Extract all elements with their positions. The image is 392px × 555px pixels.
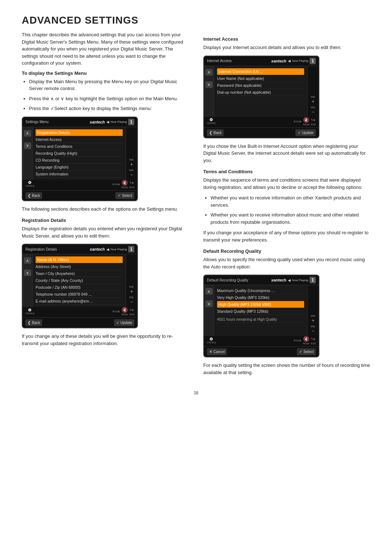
vol-up-button[interactable]: Vol. + [129,158,134,167]
rec-status: 4501 hours remaining at High Quality [217,316,304,323]
inet-back-button[interactable]: ❮ Back [207,129,224,136]
xantech-logo: xantech [90,120,105,124]
registration-details-heading: Registration Details [22,218,189,223]
following-sections-text: The following sections describes each of… [22,206,189,213]
internet-access-text: Displays your Internet account details a… [203,44,370,51]
registration-screen: Registration Details xantech ◀ Now Playi… [22,244,138,328]
channel-number: 1 [128,119,134,125]
mute-icon[interactable]: 🔇 Mute [122,180,128,189]
inet-xiva: XIVA [294,120,302,123]
inet-library-icon[interactable]: 💿 Library [207,118,216,125]
terms-bullet-2: Whether you want to receive information … [211,211,370,226]
terms-bullet-1: Whether you want to receive information … [211,194,370,208]
reg-update-button[interactable]: ✓ Update [114,319,134,326]
rec-menu-standard[interactable]: Standard Quality (MP3 128kb) [217,308,304,315]
reg-back-button[interactable]: ❮ Back [25,319,42,326]
intro-text: This chapter describes the advanced sett… [22,31,189,67]
inet-up-arrow[interactable]: ∧ [205,69,213,76]
right-column: Internet Access Displays your Internet a… [203,31,370,380]
rec-menu-very-high[interactable]: Very High Quality (MP3 320kb) [217,294,304,301]
select-button[interactable]: ✓ Select [115,192,134,199]
library-icon[interactable]: 💿 Library [25,181,34,187]
reg-library-icon[interactable]: 💿 Library [25,308,34,315]
reg-menu-county[interactable]: County / State (Any County) [36,277,123,284]
inet-back-icon: ❮ [209,130,212,135]
reg-mute-icon[interactable]: 🔇 Mute [122,307,128,316]
reg-menu-telephone[interactable]: Telephone number (06978 049 ... [36,291,123,298]
vol-down-button[interactable]: Vol. − [129,169,134,178]
back-icon: ❮ [28,193,31,198]
reg-up-arrow[interactable]: ∧ [24,257,31,264]
inet-update-button[interactable]: ✓ Update [295,129,316,136]
rec-play-icon: ◀ [288,278,291,282]
inet-vol-down[interactable]: Vol. − [311,106,315,115]
inet-menu-username[interactable]: User Name (Not applicable) [217,75,304,82]
rec-menu-max[interactable]: Maximum Quality (Uncompress ... [217,287,304,294]
up-arrow-button[interactable]: ∧ [24,130,31,137]
menu-item-recording[interactable]: Recording Quality (High) [36,150,123,157]
reg-menu-name[interactable]: Name (A.N. Other)❯ [36,256,123,263]
now-playing-label: Now Playing [111,120,127,123]
internet-note: If you chose the Use Built-in Internet A… [203,143,370,164]
rec-cancel-button[interactable]: ✕ Cancel [207,348,227,355]
inet-vol-up[interactable]: Vol. + [311,95,315,104]
left-column: This chapter describes the advanced sett… [22,31,189,380]
rec-vol-up[interactable]: Vol. + [311,314,315,323]
down-arrow-button[interactable]: ∨ [24,142,31,149]
inet-menu-dialup[interactable]: Dial-up number (Not applicable) [217,89,304,96]
reg-menu-postcode[interactable]: Postcode / Zip (AN 68000) [36,284,123,291]
inet-xantech-logo: xantech [271,59,286,63]
terms-bullets: Whether you want to receive information … [211,194,370,226]
bullet-3: Press the ✓Select action key to display … [29,105,189,112]
inet-down-arrow[interactable]: ∨ [205,81,213,88]
settings-menu-screen: Settings Menu xantech ◀ Now Playing 1 ∧ … [22,117,138,201]
menu-item-system[interactable]: System Information [36,171,123,178]
recording-text: Allows you to specify the recording qual… [203,256,370,270]
inet-update-icon: ✓ [298,130,301,135]
terms-text: Displays the sequence of terms and condi… [203,177,370,191]
rec-cancel-icon: ✕ [209,349,212,354]
page-title: Advanced Settings [22,15,370,26]
menu-item-cd[interactable]: CD Recording [36,157,123,164]
rec-select-button[interactable]: ✓ Select [297,348,316,355]
bullet-1: Display the Main Menu by pressing the Me… [29,78,189,92]
back-button[interactable]: ❮ Back [25,192,42,199]
inet-menu-connection[interactable]: Internet Connection (Us ...❯ [217,68,304,75]
reg-exit-icon[interactable]: ↪ Exit [130,307,134,316]
reg-play-icon: ◀ [106,247,109,251]
rec-now-playing: Now Playing [292,279,308,282]
rec-select-icon: ✓ [299,349,302,354]
rec-mute-icon[interactable]: 🔇 Mute [303,336,310,345]
rec-menu-high[interactable]: High Quality (MP3 192kb VBR) [217,301,304,308]
reg-menu-address[interactable]: Address (Any Street) [36,263,123,270]
menu-item-terms[interactable]: Terms and Conditions [36,143,123,150]
settings-menu-bullets: Display the Main Menu by pressing the Me… [29,78,189,112]
inet-now-playing: Now Playing [292,59,308,62]
reg-menu-town[interactable]: Town / City (Anywhere) [36,270,123,277]
reg-vol-up[interactable]: Vol. + [129,285,134,294]
reg-menu-email[interactable]: E-mail address (anywhere@em ... [36,298,123,305]
rec-xantech-logo: xantech [271,278,286,282]
exit-icon[interactable]: ↪ Exit [130,180,134,189]
reg-now-playing: Now Playing [111,248,127,251]
rec-channel-num: 1 [310,277,316,283]
inet-exit-icon[interactable]: ↪ Exit [311,117,316,126]
reg-xantech-logo: xantech [90,247,105,251]
inet-screen-title: Internet Access [207,59,232,63]
menu-item-language[interactable]: Language (English) [36,164,123,171]
inet-menu-password[interactable]: Password (Not applicable) [217,82,304,89]
rec-library-icon[interactable]: 💿 Library [207,337,216,344]
reg-back-icon: ❮ [28,320,31,325]
select-icon: ✓ [118,193,121,198]
menu-item-registration[interactable]: Registration Details❯ [36,129,123,136]
inet-mute-icon[interactable]: 🔇 Mute [303,117,310,126]
reg-vol-down[interactable]: Vol. − [129,296,134,305]
rec-exit-icon[interactable]: ↪ Exit [311,336,316,345]
xiva-label: XIVA [112,183,120,186]
reg-down-arrow[interactable]: ∨ [24,270,31,276]
rec-down-arrow[interactable]: ∨ [205,300,213,307]
internet-access-heading: Internet Access [203,36,370,42]
menu-item-internet[interactable]: Internet Access [36,136,123,143]
rec-up-arrow[interactable]: ∧ [205,288,213,295]
rec-vol-down[interactable]: Vol. − [311,325,315,334]
